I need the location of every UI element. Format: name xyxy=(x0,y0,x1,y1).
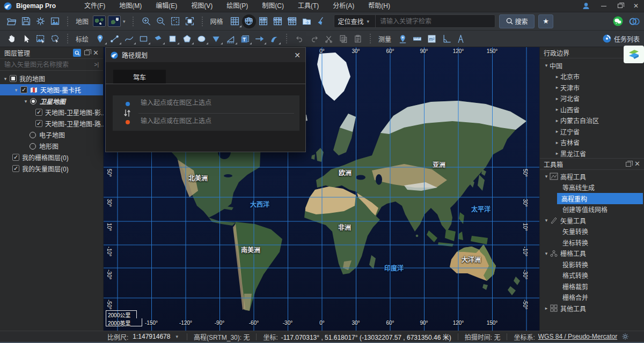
route-end-input[interactable] xyxy=(141,117,291,125)
menu-file[interactable]: 文件(F) xyxy=(77,0,112,12)
expand-chevron-icon[interactable]: ▸ xyxy=(554,96,560,101)
measure-area-icon[interactable]: m² xyxy=(425,32,439,46)
collapse-chevron-icon[interactable]: ▾ xyxy=(13,87,19,93)
draw-quad-icon[interactable] xyxy=(151,32,165,46)
full-extent-icon[interactable] xyxy=(168,14,182,28)
draw-point-icon[interactable] xyxy=(93,32,107,46)
maximize-button[interactable] xyxy=(612,0,628,12)
expand-chevron-icon[interactable]: ▸ xyxy=(554,129,560,134)
tree-node-satellite-group[interactable]: ▾ 卫星地图 xyxy=(0,95,103,107)
draw-triangle-icon[interactable] xyxy=(209,32,223,46)
grid-overlay-icon[interactable] xyxy=(228,14,242,28)
collapse-chevron-icon[interactable]: ▾ xyxy=(543,218,550,223)
tool-isoline-grid[interactable]: 创建等值线网格 xyxy=(540,204,644,215)
collapse-chevron-icon[interactable]: ▾ xyxy=(23,99,28,104)
expand-chevron-icon[interactable]: ▸ xyxy=(554,151,560,156)
wechat-icon[interactable] xyxy=(613,16,623,26)
crs-settings-gear-icon[interactable] xyxy=(621,333,629,340)
copy-icon[interactable] xyxy=(336,32,350,46)
checkbox-my-maps[interactable] xyxy=(10,75,17,82)
zoom-out-icon[interactable] xyxy=(153,14,168,28)
toolbox-close-icon[interactable]: ✕ xyxy=(634,161,640,167)
tree-node-hebei[interactable]: ▸河北省 xyxy=(540,93,644,105)
collapse-chevron-icon[interactable]: ▾ xyxy=(543,251,550,256)
grid-lnglat-icon[interactable]: LNG xyxy=(242,14,256,28)
contact-rings-icon[interactable] xyxy=(629,17,640,26)
layer-filter-go-icon[interactable]: >| xyxy=(94,62,99,68)
tasklist-button[interactable]: 任务列表 xyxy=(603,34,640,43)
box-select-icon[interactable] xyxy=(182,14,197,28)
draw-rectangle-icon[interactable] xyxy=(136,32,151,46)
toolbox-group-vector[interactable]: ▾ 矢量工具 xyxy=(540,215,644,226)
menu-edit[interactable]: 编辑(E) xyxy=(149,0,184,12)
tree-node-shanxi[interactable]: ▸山西省 xyxy=(540,104,644,115)
menu-map[interactable]: 地图(M) xyxy=(112,0,149,12)
expand-chevron-icon[interactable]: ▸ xyxy=(554,118,560,123)
tab-driving[interactable]: 驾车 xyxy=(113,70,166,84)
route-start-input[interactable] xyxy=(141,99,291,107)
search-button[interactable]: 搜索 xyxy=(499,14,535,28)
tree-node-beijing[interactable]: ▸北京市 xyxy=(540,71,644,83)
open-folder-icon[interactable] xyxy=(4,14,19,28)
paste-icon[interactable] xyxy=(350,32,365,46)
checkbox-vector[interactable] xyxy=(12,165,19,172)
expand-chevron-icon[interactable]: ▸ xyxy=(554,140,560,145)
settings-gear-icon[interactable] xyxy=(33,14,48,28)
scale-dropdown-chevron-icon[interactable]: ▾ xyxy=(175,334,178,339)
tree-node-terrain-map[interactable]: 地形图 xyxy=(0,140,103,152)
expand-chevron-icon[interactable]: ▸ xyxy=(543,305,550,311)
basemap-thumbnail-2[interactable] xyxy=(108,16,121,27)
toolbox-group-raster[interactable]: ▾ 栅格工具 xyxy=(540,248,644,259)
draw-line-icon[interactable] xyxy=(107,32,122,46)
cut-scissors-icon[interactable] xyxy=(321,32,336,46)
menu-cartography[interactable]: 制图(C) xyxy=(255,0,291,12)
measure-point-icon[interactable] xyxy=(396,32,410,46)
tool-vector-convert[interactable]: 矢量转换 xyxy=(540,226,644,237)
tree-node-liaoning[interactable]: ▸辽宁省 xyxy=(540,126,644,137)
collapse-chevron-icon[interactable]: ▾ xyxy=(543,174,550,179)
expand-chevron-icon[interactable]: ▸ xyxy=(554,74,560,79)
draw-pentagon-icon[interactable] xyxy=(180,32,194,46)
menu-draw[interactable]: 绘图(P) xyxy=(219,0,255,12)
draw-square-icon[interactable] xyxy=(165,32,180,46)
locate-mode-dropdown[interactable]: 定位查找 ▾ xyxy=(334,15,376,27)
tool-projection-convert[interactable]: 投影转换 xyxy=(540,259,644,270)
checkbox-raster[interactable] xyxy=(12,154,19,161)
tool-format-convert[interactable]: 格式转换 xyxy=(540,270,644,281)
measure-angle-icon[interactable] xyxy=(453,32,468,46)
menu-analysis[interactable]: 分析(A) xyxy=(326,0,361,12)
tree-node-neimenggu[interactable]: ▸内蒙古自治区 xyxy=(540,115,644,126)
grid-export-icon[interactable] xyxy=(299,14,314,28)
tree-node-tianjin[interactable]: ▸天津市 xyxy=(540,82,644,93)
draw-text-icon[interactable] xyxy=(238,32,252,46)
crs-link[interactable]: WGS 84 / Pseudo-Mercator xyxy=(538,333,617,340)
keyword-search-input[interactable] xyxy=(376,15,495,27)
redo-icon[interactable] xyxy=(307,32,321,46)
toolbox-float-icon[interactable] xyxy=(626,162,631,167)
tool-coord-convert[interactable]: 坐标转换 xyxy=(540,237,644,248)
measure-distance-icon[interactable] xyxy=(410,32,425,46)
tree-node-my-vector[interactable]: 我的矢量图层(0) xyxy=(0,163,103,174)
menu-tools[interactable]: 工具(T) xyxy=(291,0,326,12)
tool-contour-generate[interactable]: 等高线生成 xyxy=(540,182,644,193)
zoom-in-icon[interactable] xyxy=(139,14,153,28)
radio-satellite[interactable] xyxy=(30,98,36,105)
image-export-icon[interactable] xyxy=(48,14,62,28)
expand-chevron-icon[interactable]: ▸ xyxy=(554,85,560,90)
menu-view[interactable]: 视图(V) xyxy=(184,0,219,12)
clear-grid-broom-icon[interactable] xyxy=(314,14,328,28)
tool-raster-merge[interactable]: 栅格合并 xyxy=(540,292,644,303)
select-cursor-icon[interactable] xyxy=(19,32,33,46)
basemap-dropdown-chevron-icon[interactable]: ▾ xyxy=(123,19,126,24)
dialog-titlebar[interactable]: 路径规划 ✕ xyxy=(106,48,305,62)
grid-nw-icon[interactable]: N+W xyxy=(270,14,285,28)
tool-raster-clip[interactable]: 栅格裁剪 xyxy=(540,281,644,292)
tree-node-jilin[interactable]: ▸吉林省 xyxy=(540,137,644,148)
layer-panel-close-icon[interactable]: ✕ xyxy=(93,50,99,56)
draw-arrow-icon[interactable] xyxy=(252,32,267,46)
minimize-button[interactable] xyxy=(596,0,612,12)
basemap-thumbnail-1[interactable] xyxy=(93,16,106,27)
radio-electronic[interactable] xyxy=(30,132,36,138)
favorite-star-button[interactable]: ★ xyxy=(538,14,553,28)
pan-hand-icon[interactable] xyxy=(4,32,19,46)
